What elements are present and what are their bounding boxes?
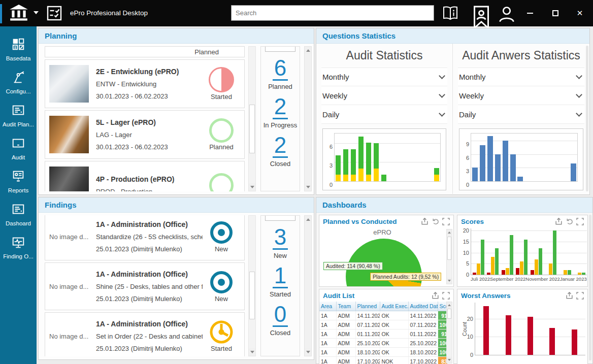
counter-planned[interactable]: 6 Planned	[268, 57, 292, 90]
planning-panel-scrollbar[interactable]	[304, 46, 312, 191]
column-header-audited-date[interactable]: Audited Date	[408, 302, 438, 311]
period-dropdown-weekly[interactable]: Weekly	[458, 86, 584, 105]
scroll-up-button[interactable]	[305, 216, 311, 223]
scroll-up-button[interactable]	[305, 47, 311, 54]
undo-icon[interactable]	[566, 218, 573, 225]
app-menu-caret-icon[interactable]	[34, 11, 39, 14]
expand-icon[interactable]	[576, 292, 584, 300]
counter-value[interactable]: 0	[273, 303, 288, 327]
audit-list-row[interactable]: 1AADM07.11.2022OK07.11.2022100,00	[319, 320, 447, 329]
export-icon[interactable]	[566, 292, 573, 300]
export-icon[interactable]	[432, 292, 439, 300]
sidebar-item-dashoard[interactable]: Dashoard	[0, 197, 37, 230]
card-description: Set in Order (22 - Desks and cabinets ar…	[96, 333, 203, 340]
counter-value[interactable]: 1	[273, 264, 288, 288]
planning-list-scrollbar[interactable]	[248, 46, 256, 191]
user-profile-icon[interactable]	[498, 5, 516, 22]
expand-icon[interactable]	[442, 218, 450, 225]
period-dropdown-weekly[interactable]: Weekly	[321, 86, 447, 105]
counter-in-progress[interactable]: 2 In Progress	[263, 95, 297, 129]
period-dropdown-daily[interactable]: Daily	[321, 105, 447, 124]
planning-panel-title: Planning	[39, 28, 314, 44]
dashboards-panel-title: Dashboards	[316, 197, 592, 213]
sidebar-item-findingo[interactable]: Finding O...	[0, 230, 37, 263]
period-dropdown-monthly[interactable]: Monthly	[458, 68, 584, 86]
counter-closed[interactable]: 0 Closed	[270, 303, 290, 337]
window-minimize-button[interactable]	[519, 0, 541, 26]
window-close-button[interactable]: ✕	[569, 0, 591, 26]
column-header-planned[interactable]: Planned	[355, 302, 380, 311]
widget-scrollbar[interactable]	[446, 229, 452, 284]
sidebar-item-reports[interactable]: Reports	[0, 164, 37, 197]
sidebar-item-audit[interactable]: Audit	[0, 131, 37, 164]
planning-card-partial[interactable]: Planned	[45, 46, 245, 57]
sidebar-item-configu[interactable]: Configu...	[0, 65, 37, 98]
questions-statistics-title: Questions Statistics	[316, 28, 589, 44]
help-book-icon[interactable]	[441, 5, 459, 22]
pie-label-planned: Planned Audits: 12 (9,52 %)	[370, 273, 441, 281]
window-maximize-button[interactable]	[544, 0, 567, 26]
period-dropdown-monthly[interactable]: Monthly	[321, 68, 447, 86]
sidebar-item-basedata[interactable]: Basedata	[0, 32, 37, 65]
table-scrollbar[interactable]	[446, 302, 452, 363]
widget-title: Audit List	[323, 292, 429, 300]
sidebar-item-auditplan[interactable]: Audit Plan...	[0, 98, 37, 131]
worst-answers-chart: Count 01020	[459, 303, 585, 364]
expand-icon[interactable]	[442, 292, 450, 300]
counter-value[interactable]: 2	[273, 134, 288, 158]
status-label: Planned	[209, 143, 234, 151]
audit-list-row[interactable]: 1AADM01.11.2022OK01.11.202291,67	[319, 329, 447, 339]
findings-card[interactable]: No image d...1A - Administration (Office…	[45, 262, 245, 310]
column-header-area[interactable]: Area	[319, 302, 336, 311]
counter-label: Started	[270, 290, 291, 298]
audit-answers-statistics-column: Audit Anwers Statistics Monthly Weekly D…	[453, 44, 589, 194]
undo-icon[interactable]	[432, 218, 439, 225]
planning-card[interactable]: 5L - Lager (ePRO)LAG - Lager30.01.2023 -…	[45, 110, 245, 159]
card-title: 5L - Lager (ePRO)	[96, 118, 203, 126]
findings-card[interactable]: No image d...1A - Administration (Office…	[45, 215, 245, 260]
export-icon[interactable]	[421, 218, 429, 225]
bookmark-user-icon[interactable]	[472, 5, 490, 22]
column-header-team[interactable]: Team	[336, 302, 355, 311]
card-date: 30.01.2023 - 06.02.2023	[96, 143, 203, 151]
scroll-down-button[interactable]	[249, 348, 255, 356]
card-title: 4P - Production (ePRO)	[96, 175, 203, 183]
period-dropdown-daily[interactable]: Daily	[458, 105, 584, 124]
counter-closed[interactable]: 2 Closed	[270, 134, 290, 168]
search-input[interactable]	[231, 5, 434, 21]
panel-scrollbar[interactable]	[589, 215, 591, 360]
planning-card[interactable]: 4P - Production (ePRO)PROD - Production	[45, 161, 245, 191]
counter-started[interactable]: 1 Started	[270, 264, 291, 298]
findings-panel-scrollbar[interactable]	[304, 215, 312, 356]
checklist-icon[interactable]	[47, 6, 62, 21]
audit-list-row[interactable]: 1AADM18.10.2022OK18.10.2022100,00	[319, 348, 447, 357]
scroll-down-button[interactable]	[249, 183, 255, 191]
widget-title: Scores	[461, 218, 552, 225]
audit-list-row[interactable]: 1AADM25.10.2022OK25.10.2022100,00	[319, 339, 447, 348]
status-new-icon	[209, 270, 234, 294]
app-logo-bank-icon[interactable]	[8, 4, 29, 22]
counter-value[interactable]: 3	[273, 226, 288, 250]
audit-list-row[interactable]: 1AADM17.10.2022NOK17.10.202283,33	[319, 357, 447, 364]
audit-list-row[interactable]: 1AADM14.11.2022OK14.11.202291,67	[319, 311, 447, 320]
findings-card[interactable]: No image d...1A - Administration (Office…	[45, 312, 245, 356]
planning-card[interactable]: 2E - Entwicklung (ePRO)ENTW - Entwicklun…	[45, 59, 245, 108]
status-label: New	[215, 295, 228, 303]
scrollbar-thumb[interactable]	[249, 105, 255, 154]
expand-icon[interactable]	[576, 218, 584, 225]
counter-new[interactable]: 3 New	[273, 226, 288, 259]
scroll-down-button[interactable]	[305, 348, 311, 356]
counter-value[interactable]: 6	[273, 57, 288, 81]
scroll-down-button[interactable]	[305, 183, 311, 191]
export-icon[interactable]	[555, 218, 563, 225]
no-image-placeholder: No image d...	[49, 233, 89, 241]
counter-value[interactable]: 2	[273, 95, 288, 119]
factory-photo	[49, 167, 89, 191]
findings-list-scrollbar[interactable]	[248, 215, 256, 356]
panel-scrollbar[interactable]	[586, 46, 588, 191]
column-header-audit-exec-[interactable]: Audit Exec...	[380, 302, 408, 311]
sidebar-item-label: Audit Plan...	[3, 121, 34, 127]
counter-label: Closed	[270, 160, 290, 168]
chevron-down-icon	[439, 73, 445, 79]
scrollbar-thumb[interactable]	[249, 272, 255, 319]
